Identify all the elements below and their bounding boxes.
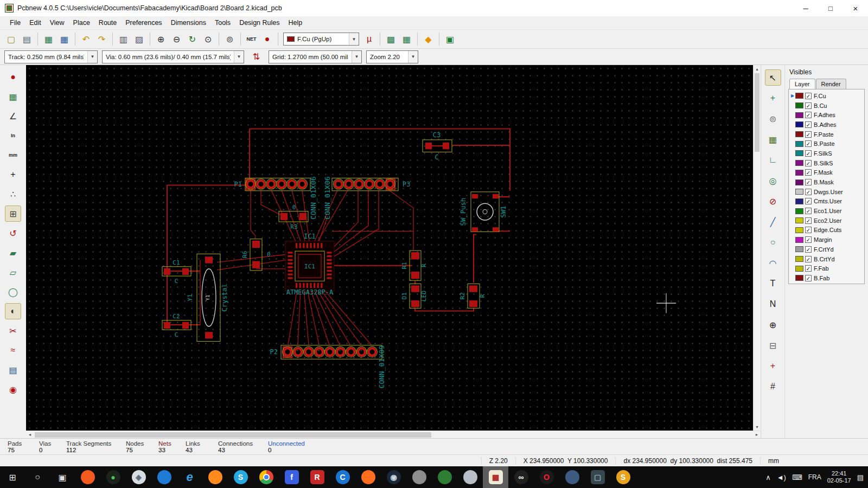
- close-button[interactable]: ×: [843, 0, 868, 16]
- component-y1[interactable]: Y1 Y1 Crystal: [187, 254, 228, 341]
- units-inch-icon[interactable]: In: [5, 127, 21, 144]
- drc-toggle-icon[interactable]: ●: [5, 69, 21, 85]
- layer-row-b-adhes[interactable]: ✓B.Adhes: [790, 120, 863, 130]
- chevron-down-icon[interactable]: ▼: [234, 51, 244, 63]
- taskbar-app-skype[interactable]: S: [228, 466, 253, 488]
- ratsnest-visibility-icon[interactable]: ∴: [5, 186, 21, 202]
- menu-item-file[interactable]: File: [5, 17, 25, 28]
- layer-row-f-mask[interactable]: ✓F.Mask: [790, 168, 863, 178]
- layer-row-b-crtyd[interactable]: ✓B.CrtYd: [790, 254, 863, 264]
- layer-color-swatch[interactable]: [795, 198, 803, 204]
- component-sw1[interactable]: SW_Push SW1: [459, 192, 507, 232]
- layer-color-swatch[interactable]: [795, 275, 803, 281]
- menu-item-dimensions[interactable]: Dimensions: [167, 17, 210, 28]
- delete-tool-icon[interactable]: ⊟: [765, 337, 781, 354]
- layers-manager-icon[interactable]: ▤: [5, 362, 21, 378]
- minimize-button[interactable]: ─: [793, 0, 818, 16]
- pcb-canvas[interactable]: P1 CONN_01X06 P3 CONN_01X06: [26, 65, 753, 431]
- layer-visible-checkbox[interactable]: ✓: [805, 256, 812, 262]
- scroll-right-icon[interactable]: ►: [753, 431, 761, 439]
- layer-visible-checkbox[interactable]: ✓: [805, 265, 812, 272]
- scripting-console-icon[interactable]: ▣: [443, 32, 457, 47]
- taskbar-app-compass[interactable]: ◈: [126, 466, 151, 488]
- layer-row-eco2-user[interactable]: ✓Eco2.User: [790, 216, 863, 226]
- high-contrast-icon[interactable]: ◐: [5, 303, 21, 319]
- layer-row-b-cu[interactable]: ✓B.Cu: [790, 101, 863, 111]
- search-icon[interactable]: ○: [25, 466, 50, 488]
- layer-visible-checkbox[interactable]: ✓: [805, 179, 812, 185]
- layer-row-margin[interactable]: ✓Margin: [790, 235, 863, 245]
- page-settings-icon[interactable]: ▤: [20, 32, 34, 47]
- menu-item-edit[interactable]: Edit: [25, 17, 46, 28]
- taskbar-app-brave[interactable]: [75, 466, 100, 488]
- component-d1[interactable]: D1 LED: [401, 284, 427, 308]
- add-dimension-icon[interactable]: N: [765, 296, 781, 312]
- layer-row-b-fab[interactable]: ✓B.Fab: [790, 273, 863, 283]
- taskbar-app-blue2[interactable]: [559, 466, 585, 488]
- layer-color-swatch[interactable]: [795, 141, 803, 147]
- layer-visible-checkbox[interactable]: ✓: [805, 160, 812, 166]
- auto-delete-track-icon[interactable]: ↺: [5, 225, 21, 241]
- track-cut-icon[interactable]: ✂: [5, 323, 21, 339]
- layer-color-swatch[interactable]: [795, 266, 803, 272]
- layer-visible-checkbox[interactable]: ✓: [805, 236, 812, 243]
- layer-visible-checkbox[interactable]: ✓: [805, 150, 812, 157]
- taskbar-app-chrome[interactable]: [253, 466, 279, 488]
- notification-center-icon[interactable]: ▤: [857, 473, 864, 481]
- auto-track-width-icon[interactable]: ⇅: [249, 49, 264, 64]
- layer-row-cmts-user[interactable]: ✓Cmts.User: [790, 197, 863, 207]
- menu-item-design-rules[interactable]: Design Rules: [235, 17, 284, 28]
- component-r1[interactable]: R1 R: [401, 251, 427, 280]
- tray-caret-icon[interactable]: ∧: [765, 473, 771, 481]
- horizontal-scroll-thumb[interactable]: [35, 432, 431, 438]
- zoom-fit-icon[interactable]: ⊙: [201, 32, 215, 47]
- layer-row-b-silks[interactable]: ✓B.SilkS: [790, 158, 863, 168]
- language-indicator[interactable]: FRA: [808, 473, 821, 481]
- layer-row-b-paste[interactable]: ✓B.Paste: [790, 139, 863, 149]
- taskbar-app-silver[interactable]: [457, 466, 483, 488]
- menu-item-help[interactable]: Help: [284, 17, 307, 28]
- menu-item-route[interactable]: Route: [94, 17, 121, 28]
- local-ratsnest-icon[interactable]: ⊚: [765, 111, 781, 127]
- module-ratsnest-icon[interactable]: ⊞: [5, 206, 21, 222]
- layer-color-swatch[interactable]: [795, 237, 803, 243]
- layer-visible-checkbox[interactable]: ✓: [805, 275, 812, 281]
- add-arc-icon[interactable]: ◠: [765, 255, 781, 271]
- keyboard-icon[interactable]: ⌨: [792, 473, 802, 481]
- menu-item-place[interactable]: Place: [69, 17, 94, 28]
- zone-fill-icon[interactable]: ▰: [5, 245, 21, 261]
- layer-visible-checkbox[interactable]: ✓: [805, 189, 812, 195]
- select-tool-icon[interactable]: ↖: [765, 69, 781, 86]
- add-via-icon[interactable]: ◎: [765, 172, 781, 189]
- add-circle-icon[interactable]: ○: [765, 234, 781, 251]
- add-graphic-line-icon[interactable]: ╱: [765, 214, 781, 230]
- track-mode-icon[interactable]: ▦: [399, 32, 414, 47]
- layer-row-edge-cuts[interactable]: ✓Edge.Cuts: [790, 226, 863, 235]
- find-icon[interactable]: ⊚: [222, 32, 237, 47]
- component-r3[interactable]: 0 R3: [279, 203, 308, 230]
- layer-color-swatch[interactable]: [795, 246, 803, 252]
- horizontal-scrollbar[interactable]: ◄ ►: [26, 431, 761, 438]
- drill-origin-icon[interactable]: +: [765, 358, 781, 374]
- zoom-select[interactable]: Zoom 2.20 ▼: [366, 50, 418, 63]
- component-ic1[interactable]: IC1 IC1 ATMEGA328P-A: [285, 233, 334, 296]
- layer-row-f-cu[interactable]: ▶✓F.Cu: [790, 91, 863, 101]
- layer-visible-checkbox[interactable]: ✓: [805, 112, 812, 118]
- layer-visible-checkbox[interactable]: ✓: [805, 169, 812, 176]
- polar-coords-icon[interactable]: ∠: [5, 108, 21, 124]
- taskbar-app-facebook[interactable]: f: [279, 466, 304, 488]
- taskbar-app-blue[interactable]: [151, 466, 177, 488]
- zoom-out-icon[interactable]: ⊖: [169, 32, 184, 47]
- layer-row-f-paste[interactable]: ✓F.Paste: [790, 130, 863, 139]
- fast-drc-warning-icon[interactable]: ◆: [421, 32, 436, 47]
- cursor-shape-icon[interactable]: +: [5, 166, 21, 183]
- task-view-icon[interactable]: ▣: [50, 466, 75, 488]
- taskbar-app-edge[interactable]: e: [177, 466, 202, 488]
- save-board-icon[interactable]: ▦: [57, 32, 72, 47]
- taskbar-app-green[interactable]: [432, 466, 457, 488]
- layer-row-dwgs-user[interactable]: ✓Dwgs.User: [790, 187, 863, 197]
- layer-color-swatch[interactable]: [795, 93, 803, 99]
- units-mm-icon[interactable]: mm: [5, 147, 21, 163]
- layer-row-b-mask[interactable]: ✓B.Mask: [790, 177, 863, 187]
- plot-icon[interactable]: ▨: [132, 32, 146, 47]
